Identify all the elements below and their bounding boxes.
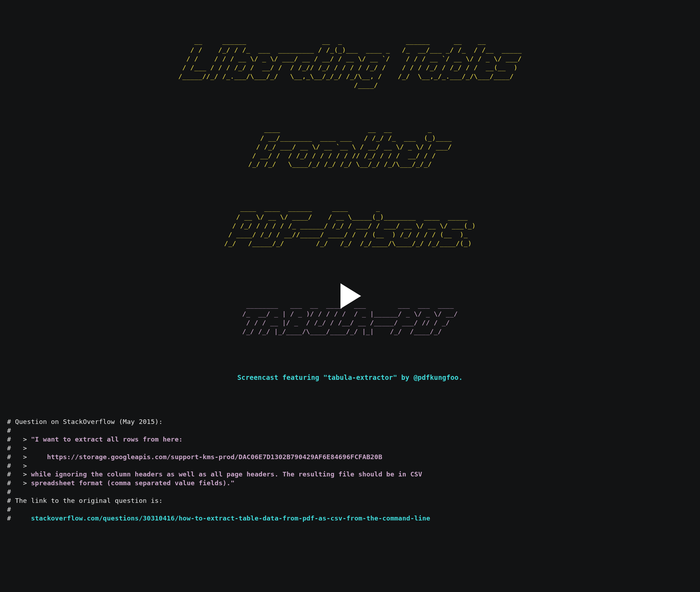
ascii-liberating-tables: __ ______ __ _ ______ __ __ / / /_/ / /_… (178, 37, 521, 90)
screencast-caption: Screencast featuring "tabula-extractor" … (237, 374, 463, 381)
link-intro: # The link to the original question is: (7, 497, 163, 504)
q-prefix-2: # > (7, 444, 31, 452)
ascii-pdf-prisons: ____ ____ ______ ____ _ / __ \/ __ \/ __… (224, 204, 476, 248)
hash-1: # (7, 427, 11, 434)
svg-marker-0 (340, 283, 361, 309)
q-prefix-5: # > (7, 479, 31, 487)
ascii-from-block: ____ __ __ _ / __/________ ____ ___ / /_… (7, 116, 693, 169)
quote-line-2a: while ignoring the column headers as wel… (31, 470, 422, 478)
hash-2: # (7, 488, 11, 495)
ascii-title-block: __ ______ __ _ ______ __ __ / / /_/ / /_… (7, 28, 693, 90)
ascii-pdf-block: ____ ____ ______ ____ _ / __ \/ __ \/ __… (7, 195, 693, 248)
play-button[interactable] (334, 280, 366, 312)
q-prefix-3: # > (7, 462, 31, 469)
q-prefix-1: # > (7, 436, 31, 443)
play-icon (334, 280, 366, 312)
question-body: # Question on StackOverflow (May 2015): … (7, 418, 693, 523)
quote-line-1: "I want to extract all rows from here: (31, 436, 183, 443)
quote-line-2b: spreadsheet format (comma separated valu… (31, 479, 235, 487)
caption-row: Screencast featuring "tabula-extractor" … (7, 354, 693, 400)
q-prefix-4: # > (7, 470, 31, 478)
heading-line: # Question on StackOverflow (May 2015): (7, 418, 163, 425)
google-storage-url: https://storage.googleapis.com/support-k… (47, 453, 382, 461)
url-indent: # > (7, 453, 47, 461)
hash-3: # (7, 506, 11, 513)
link-indent: # (7, 514, 31, 522)
terminal-window: __ ______ __ _ ______ __ __ / / /_/ / /_… (0, 0, 700, 542)
ascii-from-their: ____ __ __ _ / __/________ ____ ___ / /_… (248, 125, 452, 169)
stackoverflow-link[interactable]: stackoverflow.com/questions/30310416/how… (31, 514, 430, 522)
